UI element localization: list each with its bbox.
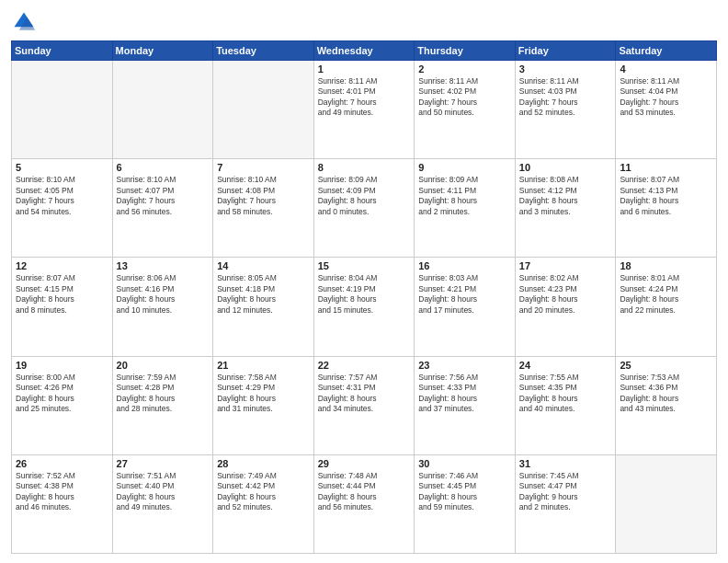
day-info: Sunrise: 8:10 AM Sunset: 4:08 PM Dayligh… — [217, 175, 310, 217]
calendar-day-header: Tuesday — [213, 41, 314, 61]
calendar-day-cell — [112, 61, 213, 159]
day-number: 16 — [418, 260, 511, 271]
day-number: 4 — [620, 63, 712, 75]
day-info: Sunrise: 8:11 AM Sunset: 4:03 PM Dayligh… — [519, 76, 612, 119]
day-number: 15 — [318, 260, 411, 271]
calendar-day-cell: 23Sunrise: 7:56 AM Sunset: 4:33 PM Dayli… — [415, 356, 516, 454]
calendar-table: SundayMondayTuesdayWednesdayThursdayFrid… — [11, 40, 717, 554]
day-number: 29 — [318, 458, 411, 469]
day-number: 20 — [117, 360, 210, 371]
day-info: Sunrise: 7:46 AM Sunset: 4:45 PM Dayligh… — [418, 471, 511, 513]
day-number: 7 — [217, 162, 310, 173]
calendar-day-cell — [213, 61, 314, 159]
calendar-day-cell: 7Sunrise: 8:10 AM Sunset: 4:08 PM Daylig… — [213, 159, 314, 258]
day-info: Sunrise: 7:48 AM Sunset: 4:44 PM Dayligh… — [318, 471, 411, 513]
day-info: Sunrise: 7:55 AM Sunset: 4:35 PM Dayligh… — [519, 373, 612, 415]
calendar-day-cell: 5Sunrise: 8:10 AM Sunset: 4:05 PM Daylig… — [12, 159, 113, 258]
calendar-day-cell: 14Sunrise: 8:05 AM Sunset: 4:18 PM Dayli… — [213, 258, 314, 356]
day-number: 2 — [418, 63, 511, 75]
day-number: 31 — [519, 458, 612, 469]
calendar-day-header: Friday — [515, 41, 616, 61]
day-number: 21 — [217, 360, 310, 371]
calendar-week-row: 26Sunrise: 7:52 AM Sunset: 4:38 PM Dayli… — [12, 454, 717, 553]
calendar-day-cell: 16Sunrise: 8:03 AM Sunset: 4:21 PM Dayli… — [415, 258, 516, 356]
calendar-day-cell — [12, 61, 113, 159]
calendar-day-cell: 15Sunrise: 8:04 AM Sunset: 4:19 PM Dayli… — [313, 258, 415, 356]
day-info: Sunrise: 8:09 AM Sunset: 4:11 PM Dayligh… — [418, 175, 511, 217]
day-info: Sunrise: 7:59 AM Sunset: 4:28 PM Dayligh… — [117, 373, 210, 415]
day-info: Sunrise: 8:03 AM Sunset: 4:21 PM Dayligh… — [418, 273, 511, 316]
calendar-day-cell: 26Sunrise: 7:52 AM Sunset: 4:38 PM Dayli… — [12, 454, 113, 553]
calendar-day-cell — [616, 454, 717, 553]
day-info: Sunrise: 7:53 AM Sunset: 4:36 PM Dayligh… — [620, 373, 712, 415]
day-number: 12 — [16, 260, 108, 271]
calendar-day-cell: 9Sunrise: 8:09 AM Sunset: 4:11 PM Daylig… — [415, 159, 516, 258]
day-number: 26 — [16, 458, 108, 469]
day-info: Sunrise: 8:09 AM Sunset: 4:09 PM Dayligh… — [318, 175, 411, 217]
day-info: Sunrise: 8:11 AM Sunset: 4:01 PM Dayligh… — [318, 76, 411, 119]
day-info: Sunrise: 8:07 AM Sunset: 4:15 PM Dayligh… — [16, 273, 108, 316]
calendar-day-cell: 29Sunrise: 7:48 AM Sunset: 4:44 PM Dayli… — [313, 454, 415, 553]
day-number: 1 — [318, 63, 411, 75]
calendar-day-cell: 24Sunrise: 7:55 AM Sunset: 4:35 PM Dayli… — [515, 356, 616, 454]
day-info: Sunrise: 7:45 AM Sunset: 4:47 PM Dayligh… — [519, 471, 612, 513]
calendar-day-cell: 8Sunrise: 8:09 AM Sunset: 4:09 PM Daylig… — [313, 159, 415, 258]
day-number: 8 — [318, 162, 411, 173]
day-info: Sunrise: 7:49 AM Sunset: 4:42 PM Dayligh… — [217, 471, 310, 513]
day-number: 11 — [620, 162, 712, 173]
calendar-day-cell: 27Sunrise: 7:51 AM Sunset: 4:40 PM Dayli… — [112, 454, 213, 553]
calendar-week-row: 19Sunrise: 8:00 AM Sunset: 4:26 PM Dayli… — [12, 356, 717, 454]
calendar-day-cell: 28Sunrise: 7:49 AM Sunset: 4:42 PM Dayli… — [213, 454, 314, 553]
day-number: 30 — [418, 458, 511, 469]
day-info: Sunrise: 7:57 AM Sunset: 4:31 PM Dayligh… — [318, 373, 411, 415]
calendar-day-cell: 10Sunrise: 8:08 AM Sunset: 4:12 PM Dayli… — [515, 159, 616, 258]
day-number: 24 — [519, 360, 612, 371]
calendar-day-cell: 12Sunrise: 8:07 AM Sunset: 4:15 PM Dayli… — [12, 258, 113, 356]
day-number: 25 — [620, 360, 712, 371]
day-number: 6 — [117, 162, 210, 173]
day-number: 19 — [16, 360, 108, 371]
day-info: Sunrise: 8:07 AM Sunset: 4:13 PM Dayligh… — [620, 175, 712, 217]
day-number: 14 — [217, 260, 310, 271]
calendar-day-cell: 21Sunrise: 7:58 AM Sunset: 4:29 PM Dayli… — [213, 356, 314, 454]
calendar-day-cell: 6Sunrise: 8:10 AM Sunset: 4:07 PM Daylig… — [112, 159, 213, 258]
day-info: Sunrise: 8:00 AM Sunset: 4:26 PM Dayligh… — [16, 373, 108, 415]
calendar-day-header: Sunday — [12, 41, 113, 61]
day-number: 27 — [117, 458, 210, 469]
day-number: 13 — [117, 260, 210, 271]
calendar-week-row: 5Sunrise: 8:10 AM Sunset: 4:05 PM Daylig… — [12, 159, 717, 258]
day-number: 28 — [217, 458, 310, 469]
day-info: Sunrise: 8:10 AM Sunset: 4:05 PM Dayligh… — [16, 175, 108, 217]
calendar-week-row: 12Sunrise: 8:07 AM Sunset: 4:15 PM Dayli… — [12, 258, 717, 356]
day-info: Sunrise: 7:52 AM Sunset: 4:38 PM Dayligh… — [16, 471, 108, 513]
calendar-header-row: SundayMondayTuesdayWednesdayThursdayFrid… — [12, 41, 717, 61]
calendar-day-header: Monday — [112, 41, 213, 61]
calendar-day-header: Wednesday — [313, 41, 415, 61]
day-info: Sunrise: 8:11 AM Sunset: 4:04 PM Dayligh… — [620, 76, 712, 119]
day-number: 17 — [519, 260, 612, 271]
day-info: Sunrise: 7:51 AM Sunset: 4:40 PM Dayligh… — [117, 471, 210, 513]
day-info: Sunrise: 8:10 AM Sunset: 4:07 PM Dayligh… — [117, 175, 210, 217]
calendar-day-cell: 25Sunrise: 7:53 AM Sunset: 4:36 PM Dayli… — [616, 356, 717, 454]
calendar-day-cell: 18Sunrise: 8:01 AM Sunset: 4:24 PM Dayli… — [616, 258, 717, 356]
calendar-day-header: Saturday — [616, 41, 717, 61]
day-info: Sunrise: 8:08 AM Sunset: 4:12 PM Dayligh… — [519, 175, 612, 217]
calendar-day-cell: 13Sunrise: 8:06 AM Sunset: 4:16 PM Dayli… — [112, 258, 213, 356]
calendar-day-cell: 17Sunrise: 8:02 AM Sunset: 4:23 PM Dayli… — [515, 258, 616, 356]
calendar-day-cell: 11Sunrise: 8:07 AM Sunset: 4:13 PM Dayli… — [616, 159, 717, 258]
day-info: Sunrise: 8:11 AM Sunset: 4:02 PM Dayligh… — [418, 76, 511, 119]
header — [11, 9, 717, 35]
day-number: 23 — [418, 360, 511, 371]
day-info: Sunrise: 8:05 AM Sunset: 4:18 PM Dayligh… — [217, 273, 310, 316]
calendar-day-cell: 20Sunrise: 7:59 AM Sunset: 4:28 PM Dayli… — [112, 356, 213, 454]
day-info: Sunrise: 7:56 AM Sunset: 4:33 PM Dayligh… — [418, 373, 511, 415]
day-number: 18 — [620, 260, 712, 271]
calendar-day-header: Thursday — [415, 41, 516, 61]
logo-icon — [11, 9, 37, 35]
calendar-day-cell: 31Sunrise: 7:45 AM Sunset: 4:47 PM Dayli… — [515, 454, 616, 553]
calendar-day-cell: 3Sunrise: 8:11 AM Sunset: 4:03 PM Daylig… — [515, 61, 616, 159]
logo — [11, 9, 40, 35]
day-number: 9 — [418, 162, 511, 173]
day-number: 10 — [519, 162, 612, 173]
day-info: Sunrise: 8:01 AM Sunset: 4:24 PM Dayligh… — [620, 273, 712, 316]
